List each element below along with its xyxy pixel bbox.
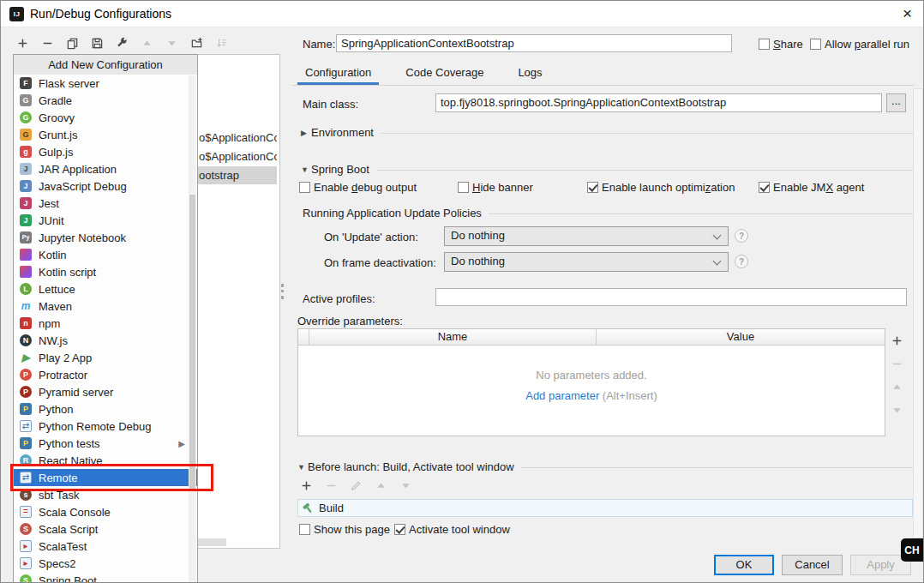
- config-type-scalatest[interactable]: ▸ScalaTest: [14, 538, 197, 555]
- config-type-spring-boot[interactable]: SSpring Boot: [14, 572, 197, 583]
- popup-scrollbar[interactable]: [189, 75, 196, 583]
- enable-debug-output-checkbox[interactable]: [299, 182, 310, 193]
- add-parameter-link[interactable]: Add parameter: [525, 389, 599, 402]
- config-type-junit[interactable]: JJUnit: [14, 212, 197, 229]
- cancel-button[interactable]: Cancel: [782, 555, 843, 575]
- config-type-label: Specs2: [39, 557, 75, 570]
- before-launch-build-item[interactable]: Build: [297, 499, 913, 517]
- config-type-specs2[interactable]: ▸Specs2: [14, 555, 197, 572]
- column-header-value[interactable]: Value: [597, 329, 885, 345]
- on-frame-deactivation-label: On frame deactivation:: [324, 256, 436, 269]
- active-profiles-input[interactable]: [435, 288, 907, 306]
- share-checkbox[interactable]: [759, 39, 770, 50]
- config-type-flask-server[interactable]: FFlask server: [14, 75, 197, 92]
- tab-logs[interactable]: Logs: [510, 63, 549, 85]
- help-icon[interactable]: ?: [735, 255, 748, 268]
- add-parameter-icon[interactable]: [890, 334, 903, 347]
- npm-icon: n: [20, 317, 32, 329]
- name-input[interactable]: SpringApplicationContextBootstrap: [336, 34, 732, 52]
- config-type-protractor[interactable]: PProtractor: [14, 366, 197, 383]
- config-type-play-2-app[interactable]: ▶Play 2 App: [14, 349, 197, 366]
- config-type-label: Gulp.js: [39, 146, 73, 159]
- remove-icon[interactable]: [40, 36, 54, 50]
- config-type-python-remote-debug[interactable]: ⇄Python Remote Debug: [14, 418, 197, 435]
- scala-script-icon: S: [20, 523, 32, 535]
- config-type-scala-console[interactable]: =Scala Console: [14, 503, 197, 520]
- remove-task-icon: [324, 478, 338, 492]
- config-type-label: Lettuce: [39, 283, 75, 296]
- show-this-page-checkbox[interactable]: [299, 524, 310, 535]
- close-icon[interactable]: ×: [903, 3, 912, 24]
- config-type-label: Gradle: [39, 94, 72, 107]
- main-class-input[interactable]: top.fjy8018.springboot.SpringApplication…: [435, 93, 882, 112]
- enable-jmx-agent-label[interactable]: Enable JMX agent: [773, 181, 864, 194]
- config-type-nw-js[interactable]: NNW.js: [14, 332, 197, 349]
- splitter-handle[interactable]: [281, 284, 285, 299]
- on-update-action-select[interactable]: Do nothing: [444, 226, 729, 246]
- spring-boot-section-header[interactable]: ▼ Spring Boot: [301, 163, 915, 176]
- content-scrollbar[interactable]: [913, 88, 923, 538]
- name-label: Name:: [303, 38, 335, 51]
- config-type-pyramid-server[interactable]: PPyramid server: [14, 383, 197, 400]
- config-type-gradle[interactable]: GGradle: [14, 92, 197, 109]
- hide-banner-checkbox[interactable]: [458, 182, 469, 193]
- browse-main-class-button[interactable]: ...: [886, 93, 906, 112]
- config-type-jest[interactable]: JJest: [14, 195, 197, 212]
- enable-jmx-agent-checkbox[interactable]: [759, 182, 770, 193]
- on-frame-deactivation-select[interactable]: Do nothing: [444, 252, 729, 272]
- environment-section-header[interactable]: ▶ Environment: [301, 126, 915, 139]
- config-type-groovy[interactable]: GGroovy: [14, 109, 197, 126]
- configurations-toolbar: [15, 36, 228, 50]
- activate-tool-window-checkbox[interactable]: [394, 524, 405, 535]
- copy-configuration-icon[interactable]: [65, 36, 79, 50]
- popup-scrollbar-thumb[interactable]: [189, 195, 195, 490]
- remove-parameter-icon: [890, 357, 903, 370]
- ok-button[interactable]: OK: [714, 555, 774, 575]
- config-type-jupyter-notebook[interactable]: PyJupyter Notebook: [14, 229, 197, 246]
- column-header-name[interactable]: Name: [309, 329, 597, 345]
- tab-code-coverage[interactable]: Code Coverage: [398, 63, 491, 85]
- create-folder-icon[interactable]: [189, 36, 203, 50]
- allow-parallel-run-label[interactable]: Allow parallel run: [825, 38, 909, 51]
- gulp-js-icon: g: [20, 146, 32, 158]
- config-type-javascript-debug[interactable]: JJavaScript Debug: [14, 177, 197, 195]
- save-configuration-icon[interactable]: [90, 36, 104, 50]
- enable-launch-optimization-label[interactable]: Enable launch optimization: [602, 181, 735, 194]
- add-task-icon[interactable]: [299, 478, 313, 492]
- config-type-kotlin[interactable]: Kotlin: [14, 246, 197, 263]
- config-type-python[interactable]: PPython: [14, 400, 197, 418]
- before-launch-section-header[interactable]: ▼ Before launch: Build, Activate tool wi…: [297, 460, 913, 473]
- config-type-npm[interactable]: nnpm: [14, 315, 197, 332]
- collapse-arrow-icon[interactable]: ▼: [297, 463, 308, 472]
- config-type-label: Jest: [39, 197, 59, 210]
- config-type-gulp-js[interactable]: gGulp.js: [14, 143, 197, 160]
- config-type-kotlin-script[interactable]: Kotlin script: [14, 263, 197, 280]
- kotlin-script-icon: [20, 266, 32, 278]
- tab-configuration[interactable]: Configuration: [297, 63, 379, 85]
- popup-header: Add New Configuration: [14, 55, 197, 75]
- title-bar: IJ Run/Debug Configurations ×: [1, 1, 923, 27]
- intellij-logo-icon: IJ: [9, 7, 24, 21]
- config-type-label: Kotlin: [39, 249, 67, 261]
- help-icon[interactable]: ?: [735, 229, 748, 243]
- add-icon[interactable]: [15, 36, 29, 50]
- share-label[interactable]: Share: [773, 38, 803, 51]
- grunt-js-icon: G: [20, 129, 32, 141]
- hide-banner-label[interactable]: Hide banner: [472, 181, 533, 194]
- activate-tool-window-label[interactable]: Activate tool window: [409, 523, 510, 536]
- pyramid-server-icon: P: [20, 386, 32, 398]
- config-type-grunt-js[interactable]: GGrunt.js: [14, 126, 197, 143]
- expand-arrow-icon[interactable]: ▶: [301, 129, 311, 137]
- show-this-page-label[interactable]: Show this page: [314, 523, 390, 536]
- config-type-lettuce[interactable]: LLettuce: [14, 280, 197, 298]
- submenu-arrow-icon: ▶: [178, 439, 185, 448]
- enable-debug-output-label[interactable]: Enable debug output: [314, 181, 417, 194]
- enable-launch-optimization-checkbox[interactable]: [587, 182, 598, 193]
- config-type-python-tests[interactable]: PPython tests▶: [14, 435, 197, 452]
- allow-parallel-run-checkbox[interactable]: [810, 39, 821, 50]
- collapse-arrow-icon[interactable]: ▼: [301, 165, 311, 174]
- config-type-maven[interactable]: mMaven: [14, 298, 197, 315]
- edit-templates-icon[interactable]: [115, 36, 129, 50]
- config-type-jar-application[interactable]: JJAR Application: [14, 160, 197, 177]
- config-type-scala-script[interactable]: SScala Script: [14, 520, 197, 538]
